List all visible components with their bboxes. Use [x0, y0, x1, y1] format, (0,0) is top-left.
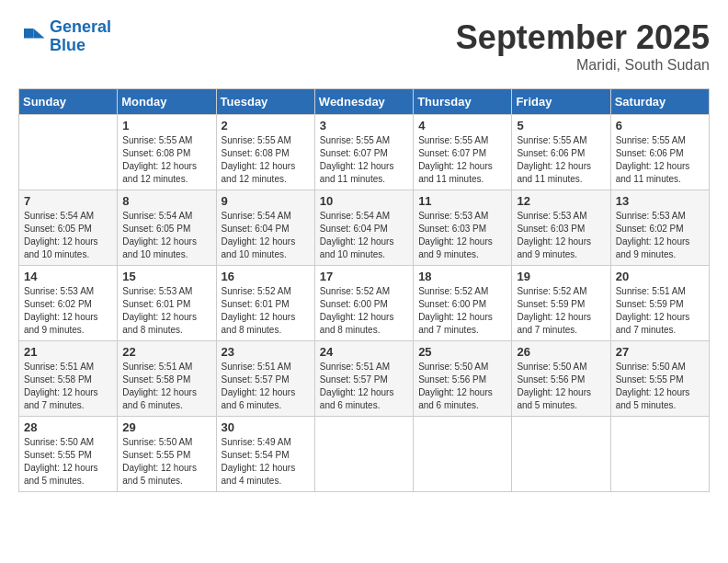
day-info: Sunrise: 5:54 AM Sunset: 6:04 PM Dayligh… [222, 210, 310, 261]
day-number: 3 [320, 119, 408, 132]
day-number: 12 [517, 194, 605, 208]
calendar-cell [414, 417, 512, 492]
calendar-cell: 10Sunrise: 5:54 AM Sunset: 6:04 PM Dayli… [314, 190, 413, 266]
day-number: 29 [122, 420, 210, 434]
calendar-cell: 1Sunrise: 5:55 AM Sunset: 6:08 PM Daylig… [118, 115, 216, 190]
calendar-cell [512, 417, 610, 492]
calendar-cell: 13Sunrise: 5:53 AM Sunset: 6:02 PM Dayli… [610, 190, 709, 266]
day-number: 27 [616, 345, 704, 359]
logo-text: General Blue [50, 18, 111, 55]
calendar-week-row: 14Sunrise: 5:53 AM Sunset: 6:02 PM Dayli… [19, 266, 710, 341]
calendar-cell: 30Sunrise: 5:49 AM Sunset: 5:54 PM Dayli… [216, 417, 314, 492]
day-number: 4 [418, 119, 506, 132]
day-header-thursday: Thursday [414, 89, 512, 115]
calendar-cell: 27Sunrise: 5:50 AM Sunset: 5:55 PM Dayli… [610, 341, 709, 417]
day-info: Sunrise: 5:50 AM Sunset: 5:55 PM Dayligh… [24, 436, 112, 488]
calendar-cell: 25Sunrise: 5:50 AM Sunset: 5:56 PM Dayli… [414, 341, 512, 417]
day-number: 11 [418, 194, 506, 208]
calendar-cell: 12Sunrise: 5:53 AM Sunset: 6:03 PM Dayli… [512, 190, 610, 266]
day-info: Sunrise: 5:53 AM Sunset: 6:02 PM Dayligh… [616, 210, 704, 261]
day-number: 28 [24, 420, 112, 434]
calendar-cell [19, 115, 118, 190]
calendar-cell: 19Sunrise: 5:52 AM Sunset: 5:59 PM Dayli… [512, 266, 610, 341]
day-info: Sunrise: 5:53 AM Sunset: 6:02 PM Dayligh… [24, 285, 112, 337]
logo-line1: General [50, 17, 111, 36]
day-info: Sunrise: 5:51 AM Sunset: 5:57 PM Dayligh… [222, 361, 310, 412]
calendar-cell: 22Sunrise: 5:51 AM Sunset: 5:58 PM Dayli… [118, 341, 216, 417]
calendar-cell: 7Sunrise: 5:54 AM Sunset: 6:05 PM Daylig… [19, 190, 118, 266]
day-header-friday: Friday [512, 89, 610, 115]
day-info: Sunrise: 5:55 AM Sunset: 6:08 PM Dayligh… [222, 134, 310, 186]
day-number: 30 [222, 420, 310, 434]
day-number: 2 [222, 119, 310, 132]
calendar-week-row: 1Sunrise: 5:55 AM Sunset: 6:08 PM Daylig… [19, 115, 710, 190]
day-number: 25 [418, 345, 506, 359]
day-number: 13 [616, 194, 704, 208]
day-number: 5 [517, 119, 605, 132]
calendar-table: SundayMondayTuesdayWednesdayThursdayFrid… [18, 88, 710, 492]
day-header-sunday: Sunday [19, 89, 118, 115]
day-number: 8 [122, 194, 210, 208]
calendar-cell: 3Sunrise: 5:55 AM Sunset: 6:07 PM Daylig… [314, 115, 413, 190]
location-subtitle: Maridi, South Sudan [456, 57, 710, 74]
calendar-cell: 28Sunrise: 5:50 AM Sunset: 5:55 PM Dayli… [19, 417, 118, 492]
day-info: Sunrise: 5:53 AM Sunset: 6:03 PM Dayligh… [418, 210, 506, 261]
day-header-monday: Monday [118, 89, 216, 115]
day-number: 1 [122, 119, 210, 132]
logo-icon [18, 23, 46, 51]
day-number: 9 [222, 194, 310, 208]
month-title: September 2025 [456, 18, 710, 57]
calendar-cell: 4Sunrise: 5:55 AM Sunset: 6:07 PM Daylig… [414, 115, 512, 190]
day-info: Sunrise: 5:55 AM Sunset: 6:07 PM Dayligh… [320, 134, 408, 186]
calendar-cell [610, 417, 709, 492]
day-info: Sunrise: 5:52 AM Sunset: 6:00 PM Dayligh… [418, 285, 506, 337]
calendar-week-row: 21Sunrise: 5:51 AM Sunset: 5:58 PM Dayli… [19, 341, 710, 417]
day-info: Sunrise: 5:51 AM Sunset: 5:58 PM Dayligh… [24, 361, 112, 412]
day-info: Sunrise: 5:50 AM Sunset: 5:56 PM Dayligh… [517, 361, 605, 412]
day-header-tuesday: Tuesday [216, 89, 314, 115]
day-info: Sunrise: 5:51 AM Sunset: 5:59 PM Dayligh… [616, 285, 704, 337]
day-info: Sunrise: 5:53 AM Sunset: 6:01 PM Dayligh… [122, 285, 210, 337]
day-info: Sunrise: 5:50 AM Sunset: 5:55 PM Dayligh… [122, 436, 210, 488]
day-number: 14 [24, 270, 112, 283]
calendar-cell: 20Sunrise: 5:51 AM Sunset: 5:59 PM Dayli… [610, 266, 709, 341]
day-info: Sunrise: 5:54 AM Sunset: 6:05 PM Dayligh… [122, 210, 210, 261]
day-info: Sunrise: 5:50 AM Sunset: 5:55 PM Dayligh… [616, 361, 704, 412]
day-info: Sunrise: 5:51 AM Sunset: 5:58 PM Dayligh… [122, 361, 210, 412]
calendar-week-row: 7Sunrise: 5:54 AM Sunset: 6:05 PM Daylig… [19, 190, 710, 266]
calendar-cell [314, 417, 413, 492]
day-info: Sunrise: 5:55 AM Sunset: 6:06 PM Dayligh… [616, 134, 704, 186]
day-header-saturday: Saturday [610, 89, 709, 115]
day-info: Sunrise: 5:55 AM Sunset: 6:07 PM Dayligh… [418, 134, 506, 186]
calendar-cell: 2Sunrise: 5:55 AM Sunset: 6:08 PM Daylig… [216, 115, 314, 190]
day-info: Sunrise: 5:55 AM Sunset: 6:08 PM Dayligh… [122, 134, 210, 186]
title-block: September 2025 Maridi, South Sudan [456, 18, 710, 74]
day-number: 19 [517, 270, 605, 283]
logo-line2: Blue [50, 36, 85, 54]
day-info: Sunrise: 5:51 AM Sunset: 5:57 PM Dayligh… [320, 361, 408, 412]
day-number: 16 [222, 270, 310, 283]
calendar-cell: 16Sunrise: 5:52 AM Sunset: 6:01 PM Dayli… [216, 266, 314, 341]
calendar-cell: 15Sunrise: 5:53 AM Sunset: 6:01 PM Dayli… [118, 266, 216, 341]
logo: General Blue [18, 18, 111, 55]
calendar-cell: 21Sunrise: 5:51 AM Sunset: 5:58 PM Dayli… [19, 341, 118, 417]
svg-rect-1 [24, 29, 34, 39]
day-number: 21 [24, 345, 112, 359]
day-header-wednesday: Wednesday [314, 89, 413, 115]
day-number: 24 [320, 345, 408, 359]
calendar-cell: 11Sunrise: 5:53 AM Sunset: 6:03 PM Dayli… [414, 190, 512, 266]
calendar-cell: 9Sunrise: 5:54 AM Sunset: 6:04 PM Daylig… [216, 190, 314, 266]
day-number: 7 [24, 194, 112, 208]
day-number: 10 [320, 194, 408, 208]
calendar-week-row: 28Sunrise: 5:50 AM Sunset: 5:55 PM Dayli… [19, 417, 710, 492]
day-number: 20 [616, 270, 704, 283]
day-info: Sunrise: 5:54 AM Sunset: 6:05 PM Dayligh… [24, 210, 112, 261]
calendar-cell: 24Sunrise: 5:51 AM Sunset: 5:57 PM Dayli… [314, 341, 413, 417]
calendar-cell: 23Sunrise: 5:51 AM Sunset: 5:57 PM Dayli… [216, 341, 314, 417]
calendar-header-row: SundayMondayTuesdayWednesdayThursdayFrid… [19, 89, 710, 115]
day-number: 26 [517, 345, 605, 359]
calendar-cell: 18Sunrise: 5:52 AM Sunset: 6:00 PM Dayli… [414, 266, 512, 341]
calendar-cell: 14Sunrise: 5:53 AM Sunset: 6:02 PM Dayli… [19, 266, 118, 341]
calendar-body: 1Sunrise: 5:55 AM Sunset: 6:08 PM Daylig… [19, 115, 710, 492]
day-info: Sunrise: 5:52 AM Sunset: 5:59 PM Dayligh… [517, 285, 605, 337]
